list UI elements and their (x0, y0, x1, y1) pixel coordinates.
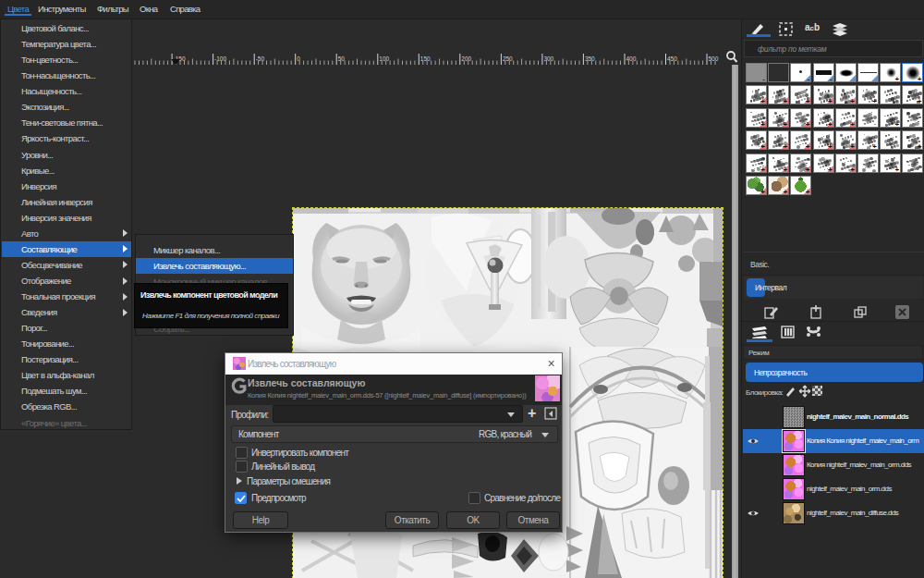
svg-text:-50: -50 (256, 55, 265, 62)
svg-text:0: 0 (297, 55, 300, 62)
svg-text:250: 250 (503, 55, 513, 62)
svg-text:450: 450 (667, 55, 677, 62)
svg-text:300: 300 (543, 55, 553, 62)
svg-text:400: 400 (626, 55, 637, 62)
svg-text:500: 500 (709, 55, 719, 62)
svg-text:150: 150 (420, 55, 431, 62)
svg-text:200: 200 (461, 55, 471, 62)
svg-text:-100: -100 (214, 55, 226, 62)
svg-text:100: 100 (379, 55, 389, 62)
svg-text:350: 350 (585, 55, 595, 62)
svg-text:50: 50 (338, 55, 346, 62)
